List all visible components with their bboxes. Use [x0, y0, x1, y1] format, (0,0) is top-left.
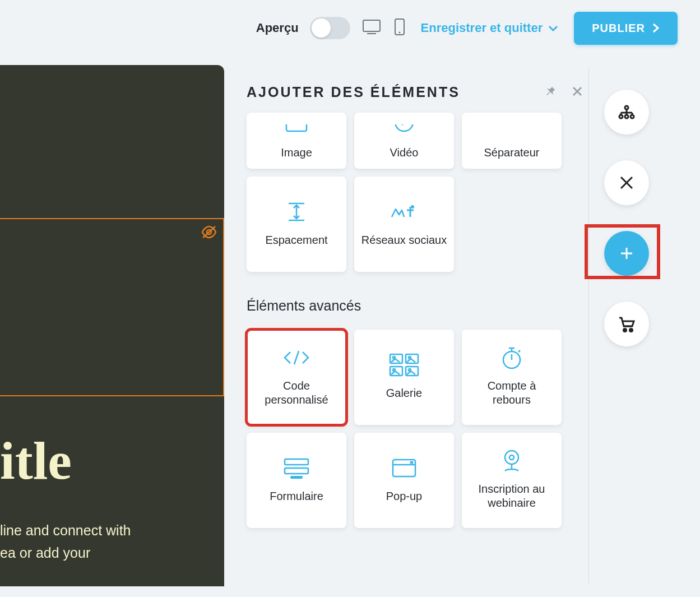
tile-spacing[interactable]: Espacement	[247, 177, 346, 272]
tile-gallery[interactable]: Galerie	[354, 330, 454, 425]
advanced-section-title: Éléments avancés	[247, 298, 583, 314]
tile-webinar[interactable]: Inscription au webinaire	[462, 433, 562, 528]
spacing-icon	[285, 202, 308, 222]
tile-label: Formulaire	[270, 489, 323, 503]
tile-label: Inscription au webinaire	[467, 482, 556, 510]
video-icon	[393, 118, 415, 138]
tile-custom-code[interactable]: Code personnalisé	[247, 330, 346, 425]
svg-marker-11	[402, 124, 407, 126]
svg-point-54	[630, 329, 633, 332]
svg-rect-32	[290, 476, 303, 479]
rail-cart-button[interactable]	[604, 302, 649, 346]
svg-point-46	[619, 115, 623, 118]
tile-separator[interactable]: Séparateur	[462, 113, 562, 169]
svg-point-48	[631, 115, 634, 118]
svg-point-47	[625, 115, 628, 118]
basic-tiles-row2: Espacement Réseaux sociaux	[247, 177, 583, 272]
rail-add-button[interactable]	[604, 231, 649, 276]
tile-label: Espacement	[265, 233, 327, 247]
form-icon	[282, 458, 310, 478]
preview-controls: Aperçu	[256, 17, 405, 39]
device-icons	[361, 18, 405, 38]
tile-label: Pop-up	[386, 489, 423, 503]
code-icon	[281, 348, 312, 368]
panel-controls	[545, 86, 583, 99]
webcam-icon	[501, 451, 522, 471]
tile-label: Vidéo	[390, 146, 419, 160]
svg-point-53	[624, 329, 627, 332]
svg-rect-30	[285, 459, 308, 465]
save-and-quit-button[interactable]: Enregistrer et quitter	[421, 21, 559, 35]
tile-popup[interactable]: Pop-up	[354, 433, 454, 528]
social-icon	[390, 202, 418, 222]
svg-point-37	[505, 451, 518, 464]
tile-countdown[interactable]: Compte à rebours	[462, 330, 562, 425]
rail-divider	[588, 67, 589, 583]
publish-button[interactable]: PUBLIER	[574, 12, 678, 45]
image-icon	[285, 118, 308, 138]
canvas-selected-block[interactable]	[0, 218, 224, 396]
tile-image[interactable]: Image	[247, 113, 346, 169]
chevron-right-icon	[652, 23, 660, 33]
tile-label: Compte à rebours	[467, 379, 556, 407]
publish-label: PUBLIER	[592, 22, 645, 35]
preview-toggle[interactable]	[310, 17, 350, 39]
pin-icon[interactable]	[545, 86, 556, 99]
close-icon[interactable]	[572, 86, 583, 99]
tile-video[interactable]: Vidéo	[354, 113, 454, 169]
basic-tiles-row1: Image Vidéo Séparateur	[247, 113, 583, 169]
advanced-tiles-row1: Code personnalisé Galerie Compte à rebou…	[247, 330, 583, 425]
chevron-down-icon	[548, 25, 558, 31]
rail-design-button[interactable]	[604, 160, 649, 205]
preview-label: Aperçu	[256, 21, 299, 35]
desktop-icon[interactable]	[361, 18, 382, 38]
svg-line-16	[294, 351, 299, 364]
gallery-icon	[388, 355, 420, 375]
panel-header: Ajouter des éléments	[247, 84, 583, 100]
visibility-off-icon[interactable]	[201, 225, 217, 242]
tile-label: Image	[281, 146, 312, 160]
tile-label: Séparateur	[484, 146, 540, 160]
svg-line-29	[518, 350, 520, 352]
tile-label: Réseaux sociaux	[361, 233, 447, 247]
save-quit-label: Enregistrer et quitter	[421, 21, 543, 35]
right-rail	[599, 90, 655, 346]
canvas-title-text[interactable]: itle	[0, 429, 72, 492]
svg-rect-31	[285, 468, 308, 474]
mobile-icon[interactable]	[394, 18, 405, 38]
svg-point-40	[625, 106, 628, 109]
rail-sitemap-button[interactable]	[604, 90, 649, 135]
tile-social[interactable]: Réseaux sociaux	[354, 177, 454, 272]
toggle-knob	[312, 18, 331, 38]
tile-form[interactable]: Formulaire	[247, 433, 346, 528]
panel-title: Ajouter des éléments	[247, 84, 460, 100]
canvas-subtitle-text[interactable]: line and connect with ea or add your	[0, 519, 131, 564]
tile-label: Code personnalisé	[252, 379, 341, 407]
popup-icon	[390, 458, 418, 478]
add-elements-panel: Ajouter des éléments Image Vidéo Sépar	[247, 84, 583, 528]
svg-rect-8	[286, 124, 307, 131]
canvas-preview[interactable]: itle line and connect with ea or add you…	[0, 65, 224, 586]
advanced-tiles-row2: Formulaire Pop-up Inscription au webinai…	[247, 433, 583, 528]
svg-point-3	[398, 32, 400, 34]
tile-label: Galerie	[386, 386, 422, 400]
svg-point-38	[509, 455, 514, 460]
top-toolbar: Aperçu Enregistrer et quitter PUBLIER	[0, 0, 700, 56]
svg-point-10	[395, 124, 413, 131]
stopwatch-icon	[500, 348, 523, 368]
svg-point-15	[411, 205, 414, 209]
svg-rect-0	[363, 20, 380, 31]
